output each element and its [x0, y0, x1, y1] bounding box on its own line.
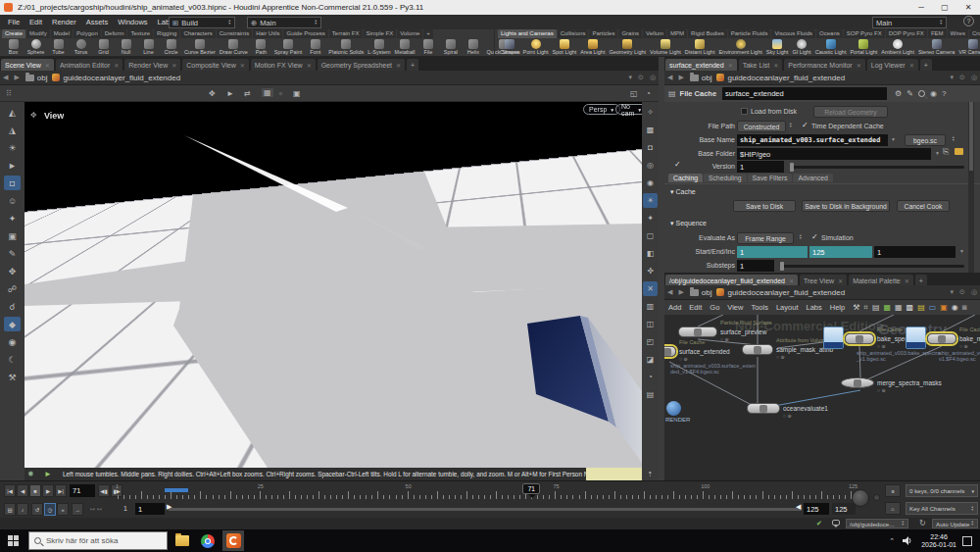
tl-extra-icon[interactable]: ↦ ↤	[90, 505, 102, 512]
path-root-icon[interactable]	[25, 75, 34, 81]
shelf-tab-constraints[interactable]: Constraints	[217, 29, 252, 38]
substeps-field[interactable]: 1	[737, 260, 774, 272]
snap-tool-icon[interactable]: ▫	[279, 89, 282, 98]
shelf-tab-create[interactable]: Create	[2, 29, 25, 38]
rtool-icon-13[interactable]: ◰	[643, 334, 658, 349]
display-options-icon[interactable]: ✹	[27, 470, 34, 478]
net-toolbar-icon-7[interactable]: ▭	[929, 303, 937, 312]
shelf-tab-vellum[interactable]: Vellum	[643, 29, 666, 38]
shelf-tool-volume-light[interactable]: Volume Light	[648, 38, 683, 56]
rtool-icon-9[interactable]: ✜	[643, 264, 658, 278]
playhead[interactable]: 71	[522, 483, 540, 494]
minimize-button[interactable]: ─	[909, 3, 933, 12]
shelf-tab-wires[interactable]: Wires	[948, 29, 968, 38]
close-tab-icon[interactable]: ✕	[838, 277, 843, 284]
close-tab-icon[interactable]: ✕	[396, 62, 401, 69]
rtool-icon-15[interactable]: ◔	[643, 370, 658, 384]
shelf-tab-guide-process[interactable]: Guide Process	[283, 29, 327, 38]
keys-channels-dropdown[interactable]: 0 keys, 0/0 channels▾	[906, 484, 978, 497]
shelf-tool-draw-curve[interactable]: Draw Curve	[218, 38, 250, 56]
shelf-tab-mpm[interactable]: MPM	[667, 29, 687, 38]
timeline-ruler[interactable]: 125507510012571	[118, 483, 853, 501]
node-bake_spectra[interactable]	[845, 333, 874, 344]
substeps-slider[interactable]	[780, 265, 964, 268]
file-explorer-icon[interactable]	[172, 530, 193, 551]
net-menu-go[interactable]: Go	[706, 303, 723, 312]
tab-log-viewer[interactable]: Log Viewer✕	[867, 59, 918, 71]
shelf-tab-dop-pyro-fx[interactable]: DOP Pyro FX	[886, 29, 927, 38]
close-tab-icon[interactable]: ✕	[172, 62, 176, 69]
shelf-tab-characters[interactable]: Characters	[180, 29, 215, 38]
cancel-cook-button[interactable]: Cancel Cook	[897, 200, 950, 212]
net-toolbar-icon-3[interactable]: ▦	[883, 303, 891, 312]
net-toolbar-icon-9[interactable]: ◉	[952, 303, 958, 312]
param-tab-advanced[interactable]: Advanced	[793, 174, 832, 182]
ltool-icon-11[interactable]: ☌	[4, 299, 21, 314]
desktop-right-selector[interactable]: Main▲▼	[872, 17, 947, 28]
net-menu-view[interactable]: View	[723, 303, 747, 312]
range-end-field[interactable]: 125	[809, 246, 872, 258]
shelf-tab-viscous-fluids[interactable]: Viscous Fluids	[771, 29, 815, 38]
shelf-tool-font[interactable]: Font	[304, 38, 326, 56]
shelf-tool-gi-light[interactable]: GI Light	[790, 38, 812, 56]
node-oceanevaluate1[interactable]	[747, 403, 780, 414]
volume-icon[interactable]	[903, 536, 911, 545]
rtool-icon-12[interactable]: ◫	[643, 317, 658, 331]
load-from-disk-checkbox[interactable]	[741, 108, 748, 115]
stop-button[interactable]: ■	[29, 484, 41, 497]
shelf-tool-torus[interactable]: Torus	[70, 38, 92, 56]
shelf-tab-crowds[interactable]: Crowds	[969, 29, 980, 38]
shelf-tab-modify[interactable]: Modify	[26, 29, 50, 38]
sequence-section-header[interactable]: ▾ Sequence	[670, 220, 707, 227]
base-folder-menu[interactable]: ▼	[935, 150, 940, 156]
path-pin-icon[interactable]: ⊙	[959, 288, 965, 296]
shelf-tab-model[interactable]: Model	[51, 29, 73, 38]
tab-scene-view[interactable]: Scene View✕	[1, 59, 54, 71]
help-icon[interactable]: ?	[963, 16, 974, 26]
path-link-icon[interactable]: ◎	[971, 288, 977, 296]
tl-step-icon[interactable]: →	[72, 503, 83, 516]
net-toolbar-icon-6[interactable]: ▤	[917, 303, 925, 312]
net-menu-help[interactable]: Help	[826, 303, 849, 312]
shelf-tab-particle-fluids[interactable]: Particle Fluids	[728, 29, 771, 38]
select-tool-icon[interactable]: ►	[226, 89, 234, 98]
tab-animation-editor[interactable]: Animation Editor✕	[56, 59, 122, 71]
net-toolbar-icon-1[interactable]: ⌗	[863, 303, 868, 313]
tab-render-view[interactable]: Render View✕	[124, 59, 180, 71]
ltool-icon-8[interactable]: ✎	[4, 246, 21, 261]
auto-update-dropdown[interactable]: Auto Update▲▼	[932, 519, 978, 528]
info-icon[interactable]: ◉	[930, 89, 937, 98]
rtool-icon-2[interactable]: ◘	[643, 140, 658, 155]
move-tool-icon[interactable]: ⇄	[244, 89, 251, 98]
shelf-tab-simple-fx[interactable]: Simple FX	[364, 29, 397, 38]
path-pin-icon[interactable]: ⊙	[638, 74, 644, 81]
tl-loop-icon[interactable]: ↺	[31, 503, 43, 516]
net-toolbar-icon-8[interactable]: ▣	[940, 303, 948, 312]
shelf-tool-platonic-solids[interactable]: Platonic Solids	[326, 38, 366, 56]
net-toolbar-icon-2[interactable]: ▤	[872, 303, 880, 312]
rtool-icon-11[interactable]: ▥	[643, 299, 658, 314]
tray-expand-icon[interactable]: ⌃	[889, 537, 895, 545]
shelf-tab-sop-pyro-fx[interactable]: SOP Pyro FX	[844, 29, 885, 38]
net-menu-layout[interactable]: Layout	[772, 303, 803, 312]
shelf-tool-helix[interactable]: Helix	[462, 38, 484, 56]
tab-geometry-spreadsheet[interactable]: Geometry Spreadsheet✕	[318, 59, 405, 71]
shelf-tab-texture[interactable]: Texture	[127, 29, 153, 38]
path-link-icon[interactable]: ◎	[971, 74, 977, 81]
shelf-tool-tube[interactable]: Tube	[47, 38, 70, 56]
tab--[interactable]: +	[920, 59, 932, 71]
path-link-icon[interactable]: ◎	[650, 74, 656, 81]
shelf-tool-metaball[interactable]: Metaball	[393, 38, 417, 56]
param-help-icon[interactable]: ?	[942, 89, 946, 98]
path-forward-icon[interactable]: ▶	[678, 288, 683, 296]
base-name-field[interactable]: ship_animated_v003.surface_extended	[737, 134, 888, 146]
node-name-field[interactable]: surface_extended	[722, 87, 887, 100]
key-all-channels-dropdown[interactable]: Key All Channels▲▼	[906, 502, 978, 515]
close-tab-icon[interactable]: ✕	[240, 62, 245, 69]
range-inc-field[interactable]: 1	[874, 246, 956, 258]
net-menu-labs[interactable]: Labs	[802, 303, 825, 312]
ltool-icon-2[interactable]: ☀	[4, 140, 21, 155]
houdini-taskbar-icon[interactable]	[222, 530, 244, 551]
shelf-tool-sky-light[interactable]: Sky Light	[764, 38, 791, 56]
ltool-icon-6[interactable]: ✦	[4, 211, 21, 226]
